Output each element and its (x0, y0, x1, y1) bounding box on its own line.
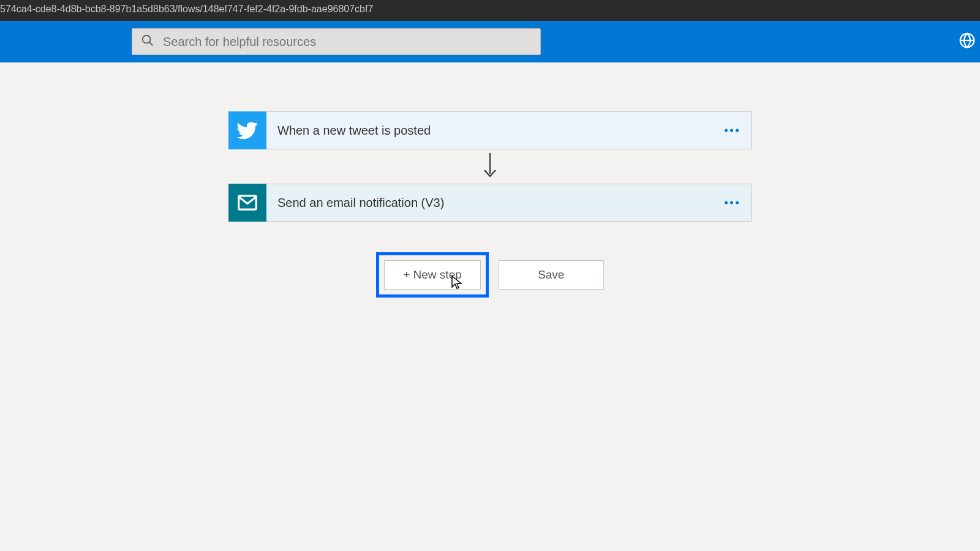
search-icon (141, 34, 154, 50)
url-text: 574ca4-cde8-4d8b-bcb8-897b1a5d8b63/flows… (0, 4, 373, 14)
button-row: + New step Save (376, 252, 604, 298)
flow-canvas: When a new tweet is posted Send an email… (0, 62, 980, 298)
flow-connector[interactable] (481, 149, 499, 184)
trigger-title: When a new tweet is posted (277, 124, 431, 138)
new-step-button[interactable]: + New step (384, 260, 481, 290)
action-card[interactable]: Send an email notification (V3) (228, 184, 752, 222)
svg-point-0 (143, 36, 151, 43)
search-input[interactable] (163, 35, 532, 49)
mail-icon (228, 184, 266, 222)
trigger-card[interactable]: When a new tweet is posted (228, 111, 752, 149)
trigger-menu-icon[interactable] (725, 129, 739, 132)
action-title: Send an email notification (V3) (277, 196, 444, 210)
environment-icon[interactable] (958, 31, 976, 52)
search-box[interactable] (132, 28, 541, 55)
twitter-icon (228, 111, 266, 149)
app-header (0, 21, 980, 62)
save-button[interactable]: Save (499, 260, 604, 290)
browser-url-bar[interactable]: 574ca4-cde8-4d8b-bcb8-897b1a5d8b63/flows… (0, 0, 980, 21)
new-step-highlight: + New step (376, 252, 489, 298)
svg-line-1 (149, 42, 153, 46)
action-menu-icon[interactable] (725, 201, 739, 204)
